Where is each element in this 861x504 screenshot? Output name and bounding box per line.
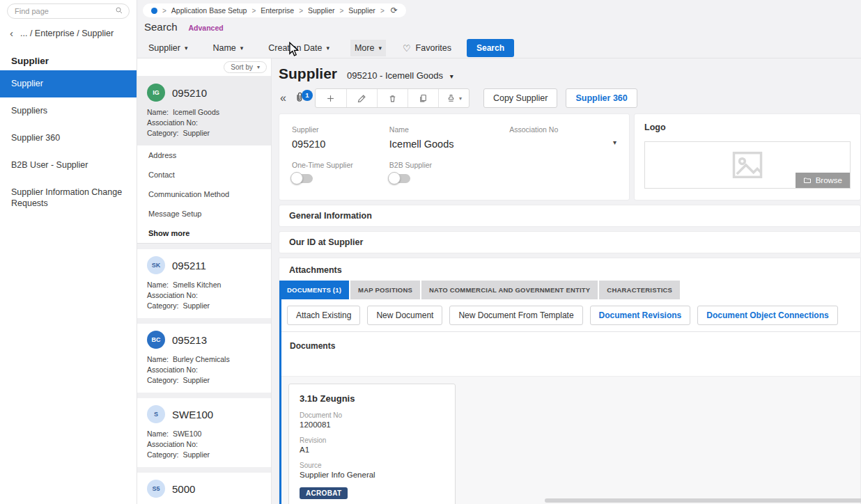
name-label: Name: [147, 355, 169, 363]
association-label: Association No: [147, 365, 198, 374]
link-communication-method[interactable]: Communication Method [137, 184, 271, 204]
attachments-button[interactable]: 1 [293, 91, 305, 106]
b2b-supplier-toggle[interactable] [389, 174, 410, 183]
filter-supplier[interactable]: Supplier ▾ [144, 40, 192, 56]
documents-group-label: Documents [281, 331, 860, 376]
search-icon [115, 5, 123, 17]
refresh-icon[interactable]: ⟳ [391, 6, 398, 15]
record-selector-label: 095210 - Icemell Goods [347, 70, 443, 81]
source-label: Source [300, 462, 444, 469]
find-page-search[interactable] [7, 3, 130, 19]
association-label: Association No: [147, 440, 198, 448]
filter-name[interactable]: Name ▾ [208, 40, 247, 56]
search-button[interactable]: Search [467, 39, 514, 57]
chevron-down-icon: ▾ [450, 72, 453, 80]
supplier-360-button[interactable]: Supplier 360 [566, 88, 637, 108]
list-item[interactable]: SK 095211 Name:Smells Kitchen Associatio… [137, 249, 271, 318]
breadcrumb-separator: > [162, 7, 166, 15]
breadcrumb-item-supplier-page[interactable]: Supplier [348, 6, 375, 15]
copy-supplier-button[interactable]: Copy Supplier [483, 88, 558, 108]
list-item-id: 5000 [172, 483, 195, 495]
name-value: Icemell Goods [173, 108, 219, 116]
document-card[interactable]: 3.1b Zeugnis Document No 1200081 Revisio… [288, 384, 456, 504]
breadcrumb-item-application-base-setup[interactable]: Application Base Setup [171, 6, 247, 15]
chevron-down-icon: ▾ [257, 64, 260, 70]
context-actions-button[interactable]: ▾ [438, 89, 469, 107]
search-title: Search [144, 21, 178, 33]
filter-creation-date[interactable]: Creation Date ▾ [264, 40, 334, 56]
edit-button[interactable] [346, 89, 377, 107]
browse-button[interactable]: Browse [796, 173, 850, 188]
one-time-supplier-toggle[interactable] [292, 174, 313, 183]
copy-record-button[interactable] [408, 89, 438, 107]
avatar: S5 [147, 480, 165, 498]
record-action-group: ▾ [315, 88, 470, 108]
tab-map-positions[interactable]: MAP POSITIONS [350, 281, 421, 299]
link-message-setup[interactable]: Message Setup [137, 204, 271, 223]
documents-tab-content: Attach Existing New Document New Documen… [279, 299, 860, 504]
advanced-search-link[interactable]: Advanced [189, 24, 224, 32]
record-selector[interactable]: 095210 - Icemell Goods ▾ [347, 70, 453, 81]
avatar: BC [147, 331, 165, 349]
add-button[interactable] [316, 89, 346, 107]
avatar: SK [147, 256, 165, 274]
show-more-link[interactable]: Show more [137, 223, 271, 243]
sidebar-item-supplier-360[interactable]: Supplier 360 [0, 125, 137, 152]
attachments-tabs: DOCUMENTS (1) MAP POSITIONS NATO COMMERC… [279, 281, 860, 299]
sort-by-button[interactable]: Sort by ▾ [224, 61, 267, 73]
category-label: Category: [147, 129, 179, 137]
list-item[interactable]: S5 5000 Name:Supplier 5000 Association N… [137, 473, 271, 504]
chevron-left-icon[interactable]: ‹ [10, 27, 13, 39]
new-document-from-template-button[interactable]: New Document From Template [449, 306, 582, 325]
sidebar-item-supplier-info-change-requests[interactable]: Supplier Information Change Requests [0, 179, 137, 218]
app-dot-icon[interactable] [151, 8, 157, 14]
document-revisions-button[interactable]: Document Revisions [590, 306, 691, 325]
browse-label: Browse [816, 176, 842, 184]
list-item-id: 095210 [172, 87, 207, 99]
delete-button[interactable] [377, 89, 408, 107]
file-type-badge: ACROBAT [300, 487, 348, 499]
supplier-list-pane: Sort by ▾ IG 095210 Name:Icemell Goods A… [137, 58, 272, 504]
name-value: Burley Chemicals [173, 355, 230, 363]
favorites-button[interactable]: ♡ Favorites [403, 43, 451, 54]
supplier-field-value[interactable]: 095210 [292, 139, 389, 150]
filter-more[interactable]: More ▾ [350, 40, 386, 56]
sort-by-label: Sort by [231, 63, 253, 71]
nav-back-row[interactable]: ‹ ... / Enterprise / Supplier [0, 19, 137, 46]
tab-characteristics[interactable]: CHARACTERISTICS [599, 281, 681, 299]
chevron-down-icon[interactable]: ▾ [613, 139, 616, 146]
breadcrumb-item-supplier[interactable]: Supplier [308, 6, 335, 15]
list-item[interactable]: IG 095210 Name:Icemell Goods Association… [137, 77, 271, 145]
tab-documents[interactable]: DOCUMENTS (1) [279, 281, 350, 299]
horizontal-scrollbar[interactable] [545, 498, 861, 503]
avatar: S [147, 405, 165, 423]
detail-pane: Supplier 095210 - Icemell Goods ▾ « 1 ▾ … [272, 58, 861, 504]
sidebar: ‹ ... / Enterprise / Supplier Supplier S… [0, 0, 137, 504]
list-item[interactable]: BC 095213 Name:Burley Chemicals Associat… [137, 324, 271, 393]
logo-dropzone[interactable]: Browse [644, 141, 851, 189]
sidebar-item-suppliers[interactable]: Suppliers [0, 97, 137, 125]
link-address[interactable]: Address [137, 145, 271, 165]
section-our-id-at-supplier[interactable]: Our ID at Supplier [279, 231, 861, 253]
find-page-input[interactable] [15, 7, 115, 15]
scrollbar-thumb[interactable] [545, 498, 861, 503]
link-contact[interactable]: Contact [137, 165, 271, 184]
tab-nato-commercial-and-government-entity[interactable]: NATO COMMERCIAL AND GOVERNMENT ENTITY [421, 281, 599, 299]
sidebar-item-supplier[interactable]: Supplier [0, 70, 137, 97]
name-label: Name: [147, 430, 169, 438]
name-field-label: Name [389, 125, 509, 134]
collapse-icon[interactable]: « [280, 92, 286, 104]
list-item-id: 095213 [172, 334, 207, 346]
attach-existing-button[interactable]: Attach Existing [287, 306, 360, 325]
list-item[interactable]: S SWE100 Name:SWE100 Association No: Cat… [137, 398, 271, 467]
sidebar-item-b2b-user-supplier[interactable]: B2B User - Supplier [0, 152, 137, 179]
chevron-down-icon: ▾ [240, 45, 244, 52]
section-general-information[interactable]: General Information [279, 205, 861, 227]
record-toolbar: « 1 ▾ Copy Supplier Supplier 360 [279, 88, 861, 108]
name-field-value[interactable]: Icemell Goods [389, 139, 509, 150]
breadcrumb-item-enterprise[interactable]: Enterprise [261, 6, 294, 15]
attachments-title: Attachments [279, 258, 860, 281]
new-document-button[interactable]: New Document [367, 306, 442, 325]
search-filters-row: Supplier ▾ Name ▾ Creation Date ▾ More ▾… [144, 39, 514, 57]
document-object-connections-button[interactable]: Document Object Connections [697, 306, 837, 325]
